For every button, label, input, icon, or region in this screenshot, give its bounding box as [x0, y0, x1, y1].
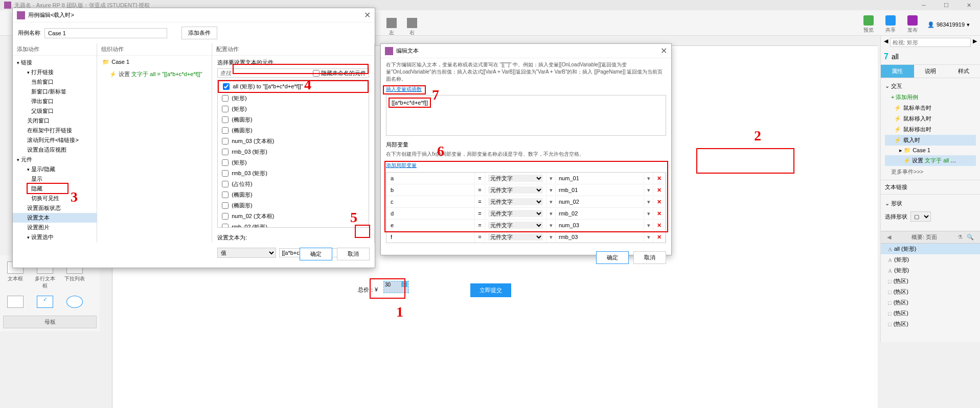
share-button[interactable]: 共享: [883, 15, 898, 34]
chevron-down-icon[interactable]: ▾: [546, 221, 556, 230]
add-local-var-link[interactable]: 添加局部变量: [381, 162, 671, 169]
widget-list-item[interactable]: (矩形): [218, 157, 369, 168]
align-left-button[interactable]: 左: [386, 18, 397, 36]
chevron-down-icon[interactable]: ▾: [546, 197, 556, 207]
tree-set-image[interactable]: 设置图片: [13, 223, 97, 232]
widget-list-item[interactable]: (矩形): [218, 104, 369, 114]
chevron-down-icon[interactable]: ▾: [644, 174, 653, 183]
var-source-select[interactable]: 元件文字: [488, 175, 543, 182]
outline-item[interactable]: □(热区): [881, 308, 980, 319]
tree-toggle-vis[interactable]: 切换可见性: [13, 194, 97, 203]
delete-var-icon[interactable]: ✕: [653, 185, 666, 195]
widget-checkbox[interactable]: [222, 202, 229, 209]
var-target-input[interactable]: [559, 222, 641, 228]
org-action[interactable]: ⚡设置 文字于 all = "[[a*b+c*d+e*f]]": [97, 68, 212, 80]
inspector-search[interactable]: [890, 38, 971, 47]
dialog2-close-icon[interactable]: ✕: [660, 46, 667, 56]
var-name-input[interactable]: [390, 198, 471, 206]
event-load[interactable]: ⚡载入时: [885, 135, 976, 146]
org-case[interactable]: 📁Case 1: [97, 56, 212, 68]
widget-checkbox[interactable]: [222, 181, 229, 187]
widget-list-item[interactable]: (椭圆形): [218, 200, 369, 211]
rp-action[interactable]: ⚡ 设置 文字于 all = "[[a*b]]": [885, 155, 976, 166]
add-condition-button[interactable]: 添加条件: [181, 27, 217, 39]
widget-checkbox[interactable]: [5, 296, 26, 309]
widget-checkbox[interactable]: [222, 127, 229, 134]
outline-item[interactable]: A(矩形): [881, 265, 980, 276]
chevron-down-icon[interactable]: ▾: [644, 232, 653, 242]
insert-var-link[interactable]: 插入变量或函数: [381, 86, 671, 93]
var-source-select[interactable]: 元件文字: [488, 210, 543, 217]
tree-widgets[interactable]: 元件: [13, 155, 97, 164]
var-name-input[interactable]: [390, 174, 471, 182]
close-button[interactable]: ✕: [958, 0, 980, 10]
chevron-down-icon[interactable]: ▾: [644, 197, 653, 207]
widget-list-item[interactable]: rmb_02 (矩形): [218, 222, 369, 228]
widget-list-item[interactable]: (矩形): [218, 93, 369, 104]
var-target-input[interactable]: [559, 234, 641, 240]
tree-panel-state[interactable]: 设置面板状态: [13, 203, 97, 213]
widget-list-item[interactable]: num_02 (文本框): [218, 211, 369, 222]
tree-adaptive[interactable]: 设置自适应视图: [13, 145, 97, 155]
var-source-select[interactable]: 元件文字: [488, 186, 543, 194]
chevron-down-icon[interactable]: ▾: [644, 221, 653, 230]
dialog2-titlebar[interactable]: 编辑文本 ✕: [381, 44, 671, 58]
widget-checkbox[interactable]: [222, 106, 229, 112]
tree-showhide[interactable]: 显示/隐藏: [13, 164, 97, 174]
right-arrow-icon[interactable]: ▶: [973, 38, 977, 47]
var-name-input[interactable]: [390, 186, 471, 194]
dialog2-ok-button[interactable]: 确定: [596, 251, 629, 264]
tree-selected[interactable]: 选中: [13, 242, 97, 243]
chevron-down-icon[interactable]: ▾: [546, 174, 556, 183]
widget-list-item[interactable]: rmb_03 (矩形): [218, 168, 369, 179]
tree-open-link[interactable]: 打开链接: [13, 67, 97, 77]
search-icon[interactable]: 🔍: [965, 234, 976, 241]
widget-list-item[interactable]: rmb_03 (矩形): [218, 147, 369, 157]
chevron-down-icon[interactable]: ▾: [644, 209, 653, 219]
delete-var-icon[interactable]: ✕: [653, 232, 666, 242]
widget-checkbox[interactable]: [222, 116, 229, 123]
var-source-select[interactable]: 元件文字: [488, 233, 543, 241]
tab-notes[interactable]: 说明: [914, 65, 947, 78]
widget-checkbox[interactable]: [223, 83, 230, 90]
selected-widget-all[interactable]: 30 7: [383, 281, 409, 293]
minimize-button[interactable]: ─: [913, 0, 935, 10]
widget-checkbox[interactable]: [222, 149, 229, 155]
var-target-input[interactable]: [559, 175, 641, 181]
var-target-input[interactable]: [559, 210, 641, 217]
case-name-input[interactable]: [44, 28, 167, 38]
widget-radio[interactable]: [64, 296, 85, 309]
var-name-input[interactable]: [390, 233, 471, 241]
tab-properties[interactable]: 属性: [881, 65, 914, 78]
chevron-down-icon[interactable]: ▾: [546, 209, 556, 219]
tree-set-selected[interactable]: 设置选中: [13, 232, 97, 242]
tree-link[interactable]: 链接: [13, 58, 97, 67]
chevron-down-icon[interactable]: ▾: [546, 232, 556, 242]
event-leave[interactable]: ⚡鼠标移出时: [885, 124, 976, 135]
tree-show[interactable]: 显示: [13, 174, 97, 184]
master-panel-header[interactable]: 母板: [3, 316, 97, 328]
var-name-input[interactable]: [390, 209, 471, 218]
event-click[interactable]: ⚡鼠标单击时: [885, 103, 976, 113]
var-target-input[interactable]: [559, 199, 641, 205]
widget-list-item[interactable]: all (矩形) to "[[a*b+c*d+e*f]]": [218, 80, 369, 93]
tree-popup[interactable]: 弹出窗口: [13, 97, 97, 106]
tree-close-window[interactable]: 关闭窗口: [13, 116, 97, 126]
maximize-button[interactable]: ☐: [935, 0, 958, 10]
delete-var-icon[interactable]: ✕: [653, 174, 666, 183]
chevron-down-icon[interactable]: ▾: [644, 185, 653, 195]
align-right-button[interactable]: 右: [407, 18, 417, 36]
widget-list-item[interactable]: (椭圆形): [218, 125, 369, 136]
more-events-link[interactable]: 更多事件>>>: [885, 166, 976, 178]
section-shape[interactable]: 形状: [885, 198, 976, 209]
dialog1-ok-button[interactable]: 确定: [300, 248, 332, 260]
hide-unnamed-checkbox[interactable]: 隐藏未命名的元件: [313, 69, 366, 77]
event-enter[interactable]: ⚡鼠标移入时: [885, 113, 976, 124]
rp-case[interactable]: ▸ 📁 Case 1: [885, 146, 976, 155]
widget-checkbox[interactable]: [222, 224, 229, 228]
tree-open-in-frame[interactable]: 在框架中打开链接: [13, 126, 97, 135]
outline-item[interactable]: Aall (矩形): [881, 244, 980, 254]
tree-current-window[interactable]: 当前窗口: [13, 77, 97, 87]
tree-set-text[interactable]: 设置文本: [13, 213, 97, 223]
var-target-input[interactable]: [559, 187, 641, 193]
